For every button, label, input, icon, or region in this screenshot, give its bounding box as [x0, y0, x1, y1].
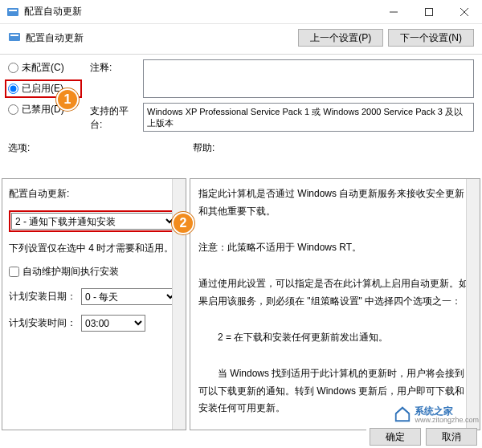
update-mode-select[interactable]: 2 - 通知下载并通知安装	[11, 213, 177, 230]
radio-not-configured[interactable]: 未配置(C)	[8, 61, 82, 75]
update-mode-highlight: 2 - 通知下载并通知安装	[9, 210, 179, 232]
comment-input[interactable]	[143, 59, 474, 98]
window-title: 配置自动更新	[24, 5, 376, 18]
svg-rect-7	[10, 35, 18, 36]
minimize-button[interactable]	[376, 0, 411, 24]
close-button[interactable]	[447, 0, 482, 24]
comment-label: 注释:	[90, 59, 138, 98]
subtitle-text: 配置自动更新	[26, 31, 84, 45]
policy-icon	[8, 31, 21, 46]
supported-platforms: Windows XP Professional Service Pack 1 或…	[143, 103, 474, 132]
install-time-select[interactable]: 03:00	[81, 315, 145, 332]
maximize-button[interactable]	[411, 0, 447, 24]
watermark: 系统之家 www.zitongzhe.com	[394, 405, 479, 424]
install-time-label: 计划安装时间：	[9, 316, 78, 330]
options-panel: 配置自动更新: 2 - 通知下载并通知安装 下列设置仅在选中 4 时才需要和适用…	[2, 178, 186, 430]
cancel-button[interactable]: 取消	[426, 428, 477, 446]
options-note: 下列设置仅在选中 4 时才需要和适用。	[9, 242, 179, 255]
help-panel: 指定此计算机是否通过 Windows 自动更新服务来接收安全更新和其他重要下载。…	[190, 178, 480, 430]
subtitle-row: 配置自动更新 上一个设置(P) 下一个设置(N)	[0, 24, 482, 51]
prev-setting-button[interactable]: 上一个设置(P)	[298, 29, 383, 47]
help-text: 指定此计算机是否通过 Windows 自动更新服务来接收安全更新和其他重要下载。…	[190, 179, 480, 430]
svg-rect-1	[9, 10, 17, 11]
supported-label: 支持的平台:	[90, 103, 138, 132]
help-scrollbar[interactable]	[466, 179, 480, 430]
ok-button[interactable]: 确定	[370, 428, 421, 446]
svg-rect-6	[9, 33, 20, 41]
next-setting-button[interactable]: 下一个设置(N)	[388, 29, 474, 47]
dialog-buttons: 确定 取消	[366, 428, 477, 446]
titlebar: 配置自动更新	[0, 0, 482, 24]
install-day-label: 计划安装日期：	[9, 290, 78, 303]
options-title: 配置自动更新:	[9, 187, 179, 201]
maintenance-checkbox[interactable]: 自动维护期间执行安装	[9, 265, 179, 279]
help-header: 帮助:	[193, 141, 214, 155]
options-header: 选项:	[8, 141, 30, 155]
app-icon	[6, 6, 19, 18]
svg-rect-3	[426, 8, 433, 15]
maintenance-checkbox-label: 自动维护期间执行安装	[22, 265, 119, 279]
svg-rect-0	[7, 8, 18, 16]
callout-badge-1: 1	[56, 88, 79, 111]
callout-badge-2: 2	[172, 212, 194, 234]
section-headers: 选项: 帮助:	[0, 141, 482, 155]
install-day-select[interactable]: 0 - 每天	[81, 288, 178, 305]
radio-not-configured-label: 未配置(C)	[22, 61, 64, 75]
house-icon	[394, 405, 411, 423]
